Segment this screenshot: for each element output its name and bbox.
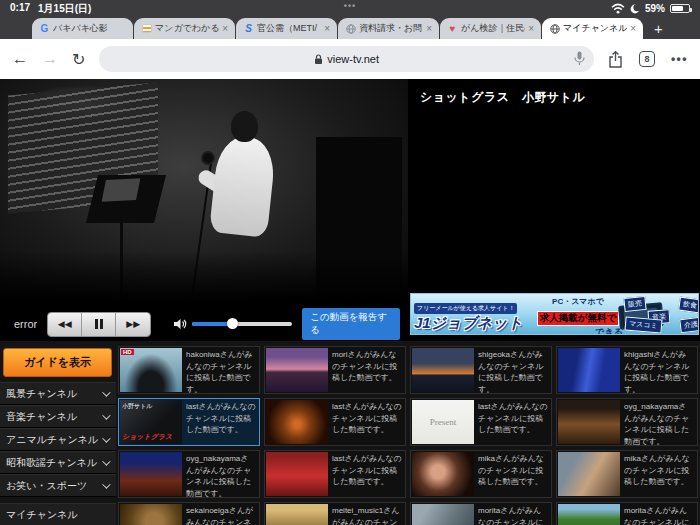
fast-forward-button[interactable]: ▶▶ [116, 313, 150, 336]
sidebar-channel-風景チャンネル[interactable]: 風景チャンネル [0, 382, 116, 405]
video-thumbnail[interactable] [558, 400, 620, 444]
show-guide-button[interactable]: ガイドを表示 [3, 348, 112, 377]
channel-sidebar: ガイドを表示 風景チャンネル音楽チャンネルアニマルチャンネル昭和歌謡チャンネルお… [0, 341, 116, 525]
video-card-mika[interactable]: mikaさんがみんなのチャンネルに投稿した動画です。 [556, 450, 698, 498]
forward-icon[interactable]: → [42, 50, 58, 68]
video-thumbnail[interactable] [266, 400, 328, 444]
chevron-down-icon [102, 457, 110, 465]
ad-tag: マスコミ [625, 316, 663, 333]
share-icon[interactable] [608, 51, 623, 68]
tab-switcher-button[interactable]: 8 [639, 51, 655, 67]
s-favicon-icon: S [243, 23, 254, 34]
report-video-button[interactable]: この動画を報告する [302, 308, 400, 340]
tab-close-icon[interactable]: × [222, 23, 228, 34]
video-thumbnail[interactable] [266, 452, 328, 496]
video-thumbnail[interactable] [120, 504, 182, 525]
tab-title: マンガでわかる [155, 22, 219, 35]
video-card-meitei_music1[interactable]: meitei_music1さんがみんなのチャンネルに投稿した動画です。 [264, 502, 406, 525]
video-card-mori[interactable]: moriさんがみんなのチャンネルに投稿した動画です。 [264, 346, 406, 394]
overflow-menu-icon[interactable]: ••• [671, 52, 688, 66]
video-thumbnail[interactable] [266, 348, 328, 392]
video-thumbnail[interactable] [412, 348, 474, 392]
rewind-button[interactable]: ◀◀ [48, 313, 82, 336]
url-bar[interactable]: view-tv.net [99, 46, 593, 72]
video-card-hakoniwa[interactable]: HDhakoniwaさんがみんなのチャンネルに投稿した動画です。 [118, 346, 260, 394]
ipad-screen: 0:17 1月15日(日) ••• 59% [0, 0, 700, 525]
tab-close-icon[interactable]: × [528, 23, 534, 34]
video-thumbnail[interactable] [412, 504, 474, 525]
video-thumbnail[interactable] [558, 452, 620, 496]
video-card-morita[interactable]: moritaさんがみんなのチャンネルに投稿した動画です。 [556, 502, 698, 525]
chevron-down-icon [102, 434, 110, 442]
tab-2[interactable]: マンガでわかる × [134, 18, 235, 39]
ad-tag: 飲食 [678, 297, 699, 314]
mic-icon[interactable] [574, 51, 585, 70]
tab-3[interactable]: S 官公需（METI/ × [236, 18, 337, 39]
volume-control [173, 318, 292, 330]
pause-button[interactable] [82, 313, 116, 336]
sidebar-channel-お笑い・スポーツ[interactable]: お笑い・スポーツ [0, 474, 116, 497]
back-icon[interactable]: ← [12, 50, 28, 68]
error-label: error [14, 318, 37, 330]
multitask-indicator-icon[interactable]: ••• [344, 1, 356, 11]
video-card-caption: moritaさんがみんなのチャンネルに投稿した動画です。 [621, 503, 697, 525]
tab-1[interactable]: G バキバキ心影 [32, 18, 133, 39]
new-tab-button[interactable]: + [654, 19, 663, 39]
video-thumbnail[interactable] [120, 452, 182, 496]
video-card-last[interactable]: lastさんがみんなのチャンネルに投稿した動画です。 [264, 398, 406, 446]
battery-icon [670, 4, 690, 13]
tab-close-icon[interactable]: × [630, 23, 636, 34]
tab-6-active[interactable]: マイチャンネル用 × [542, 18, 643, 39]
video-card-oyg_nakayama[interactable]: oyg_nakayamaさんがみんなのチャンネルに投稿した動画です。 [556, 398, 698, 446]
playback-button-group: ◀◀ ▶▶ [47, 312, 151, 337]
video-thumbnail[interactable]: Present [412, 400, 474, 444]
tab-close-icon[interactable]: × [324, 23, 330, 34]
video-card-last[interactable]: 小野サトルショットグラスlastさんがみんなのチャンネルに投稿した動画です。 [118, 398, 260, 446]
video-card-mika[interactable]: mikaさんがみんなのチャンネルに投稿した動画です。 [410, 450, 552, 498]
video-thumbnail[interactable] [412, 452, 474, 496]
video-card-last[interactable]: Presentlastさんがみんなのチャンネルに投稿した動画です。 [410, 398, 552, 446]
video-thumbnail[interactable] [558, 504, 620, 525]
video-card-khigashi[interactable]: khigashiさんがみんなのチャンネルに投稿した動画です。 [556, 346, 698, 394]
volume-slider-thumb[interactable] [227, 318, 238, 329]
date: 1月15日(日) [38, 2, 91, 16]
tab-title: 資料請求・お問い [359, 22, 423, 35]
video-frame[interactable] [0, 79, 408, 307]
sidebar-channel-昭和歌謡チャンネル[interactable]: 昭和歌謡チャンネル [0, 451, 116, 474]
video-card-caption: lastさんがみんなのチャンネルに投稿した動画です。 [475, 399, 551, 445]
ad-banner[interactable]: フリーメールが使える求人サイト！ J1ジョブネット PC・スマホで 求人掲載が無… [410, 293, 699, 335]
tab-close-icon[interactable]: × [426, 23, 432, 34]
pause-icon [95, 319, 103, 329]
hd-badge: HD [121, 349, 134, 355]
battery-percent: 59% [645, 3, 665, 14]
globe-favicon-icon [345, 23, 356, 34]
video-card-shigeoka[interactable]: shigeokaさんがみんなのチャンネルに投稿した動画です。 [410, 346, 552, 394]
video-thumbnail[interactable] [266, 504, 328, 525]
video-card-sekainoeiga[interactable]: sekainoeigaさんがみんなのチャンネルに投稿した動画です。 [118, 502, 260, 525]
video-card-last[interactable]: lastさんがみんなのチャンネルに投稿した動画です。 [264, 450, 406, 498]
reload-icon[interactable]: ↻ [72, 50, 85, 69]
video-card-caption: mikaさんがみんなのチャンネルに投稿した動画です。 [475, 451, 551, 497]
sidebar-channel-音楽チャンネル[interactable]: 音楽チャンネル [0, 405, 116, 428]
sidebar-channel-マイチャンネル[interactable]: マイチャンネル [0, 503, 116, 525]
tab-4[interactable]: 資料請求・お問い × [338, 18, 439, 39]
video-card-caption: lastさんがみんなのチャンネルに投稿した動画です。 [329, 451, 405, 497]
channel-label: 風景チャンネル [6, 387, 77, 401]
heart-favicon-icon: ♥ [447, 23, 458, 34]
channel-list: 風景チャンネル音楽チャンネルアニマルチャンネル昭和歌謡チャンネルお笑い・スポーツ… [0, 382, 116, 525]
video-thumbnail[interactable] [558, 348, 620, 392]
tab-5[interactable]: ♥ がん検診｜住民の × [440, 18, 541, 39]
video-card-oyg_nakayama[interactable]: oyg_nakayamaさんがみんなのチャンネルに投稿した動画です。 [118, 450, 260, 498]
browser-top-chrome: 0:17 1月15日(日) ••• 59% [0, 0, 700, 39]
lock-icon [314, 54, 323, 65]
status-bar: 0:17 1月15日(日) ••• 59% [0, 0, 700, 17]
video-player[interactable]: error ◀◀ ▶▶ この動画 [0, 79, 408, 341]
video-thumbnail[interactable]: HD [120, 348, 182, 392]
sidebar-channel-アニマルチャンネル[interactable]: アニマルチャンネル [0, 428, 116, 451]
toolbar-right: 8 ••• [608, 51, 688, 68]
video-thumbnail[interactable]: 小野サトルショットグラス [120, 400, 182, 444]
volume-slider[interactable] [192, 322, 292, 326]
thumbnail-label: ショットグラス [122, 432, 172, 442]
video-card-morita[interactable]: moritaさんがみんなのチャンネルに投稿した動画です。 [410, 502, 552, 525]
speaker-icon[interactable] [173, 318, 187, 330]
